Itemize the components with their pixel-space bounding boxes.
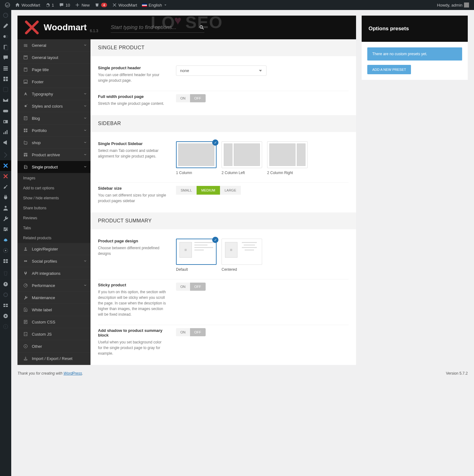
field-add-shadow: Add shadow to product summary block Usef… <box>98 325 349 359</box>
menu-marketing[interactable] <box>0 137 11 148</box>
svg-rect-57 <box>25 119 26 119</box>
size-large[interactable]: LARGE <box>220 186 241 195</box>
options-search[interactable] <box>111 22 204 33</box>
sidebar-item-portfolio[interactable]: Portfolio <box>17 124 90 137</box>
chevron-icon <box>84 283 87 288</box>
header-select[interactable]: none <box>176 66 266 76</box>
menu-theme-x[interactable] <box>0 160 11 171</box>
menu-item[interactable] <box>0 95 11 105</box>
wp-logo[interactable] <box>2 0 12 10</box>
menu-item[interactable] <box>0 150 11 160</box>
menu-item[interactable] <box>0 289 11 300</box>
wordpress-link[interactable]: WordPress <box>63 371 82 376</box>
menu-analytics[interactable] <box>0 127 11 137</box>
wp-admin-menu <box>0 10 11 391</box>
sticky-toggle[interactable]: ON OFF <box>176 283 206 291</box>
search-input[interactable] <box>111 24 199 31</box>
svg-rect-11 <box>3 79 5 81</box>
menu-tools[interactable] <box>0 213 11 224</box>
menu-item[interactable] <box>0 256 11 266</box>
sidebar-item-footer[interactable]: Footer <box>17 76 90 88</box>
design-default[interactable]: ⊠ ✓ Default <box>176 239 217 272</box>
sidebar-item-import-export-reset[interactable]: Import / Export / Reset <box>17 352 90 365</box>
add-preset-button[interactable]: ADD A NEW PRESET <box>367 65 411 74</box>
design-centered[interactable]: ⊠ Centered <box>222 239 262 272</box>
toggle-off[interactable]: OFF <box>190 94 206 102</box>
svg-rect-58 <box>24 129 25 130</box>
sidebar-sub-reviews[interactable]: Reviews <box>17 213 90 223</box>
size-medium[interactable]: MEDIUM <box>197 186 220 195</box>
field-sidebar-layout: Single Product Sidebar Select main Tab c… <box>98 138 349 183</box>
menu-item[interactable] <box>0 84 11 95</box>
menu-collapse[interactable] <box>0 321 11 332</box>
sidebar-item-shop[interactable]: shop <box>17 137 90 149</box>
sidebar-item-custom-css[interactable]: Custom CSS <box>17 316 90 328</box>
sidebar-item-product-archive[interactable]: Product archive <box>17 149 90 161</box>
menu-item[interactable] <box>0 235 11 245</box>
menu-item[interactable] <box>0 63 11 74</box>
menu-settings[interactable] <box>0 224 11 235</box>
menu-item[interactable] <box>0 74 11 84</box>
layout-2-column-left[interactable]: 2 Column Left <box>222 141 262 175</box>
menu-item[interactable] <box>0 311 11 321</box>
menu-posts[interactable] <box>0 21 11 31</box>
menu-appearance[interactable] <box>0 182 11 192</box>
site-name[interactable]: WoodMart <box>12 0 43 10</box>
sidebar-sub-share-buttons[interactable]: Share buttons <box>17 203 90 213</box>
sidebar-item-login-register[interactable]: Login/Register <box>17 243 90 255</box>
menu-media[interactable] <box>0 31 11 42</box>
sidebar-sub-images[interactable]: Images <box>17 173 90 183</box>
sidebar-sub-related-products[interactable]: Related products <box>17 233 90 243</box>
sidebar-item-performance[interactable]: Performance <box>17 279 90 292</box>
toggle-on[interactable]: ON <box>176 283 190 291</box>
menu-theme-active[interactable] <box>0 171 11 182</box>
updates-count[interactable]: 1 <box>43 0 56 10</box>
user-menu[interactable]: Howdy, admin <box>435 0 472 10</box>
menu-item[interactable] <box>0 245 11 256</box>
sidebar-item-white-label[interactable]: White label <box>17 304 90 316</box>
layout-1-column[interactable]: ✓ 1 Column <box>176 141 217 175</box>
menu-item[interactable] <box>0 116 11 127</box>
menu-pages[interactable] <box>0 42 11 52</box>
sidebar-item-general[interactable]: General <box>17 39 90 51</box>
sidebar-item-single-product[interactable]: Single product <box>17 161 90 173</box>
theme-link[interactable]: WoodMart <box>110 0 140 10</box>
shadow-toggle[interactable]: ON OFF <box>176 328 206 336</box>
toggle-on[interactable]: ON <box>176 94 190 102</box>
menu-plugins[interactable] <box>0 192 11 203</box>
toggle-off[interactable]: OFF <box>190 283 206 291</box>
sidebar-size-toggle[interactable]: SMALL MEDIUM LARGE <box>176 186 241 195</box>
field-desc: Stretch the single product page content. <box>98 101 167 106</box>
chevron-icon <box>84 153 87 157</box>
sidebar-sub-add-to-cart-options[interactable]: Add to cart options <box>17 183 90 193</box>
sidebar-item-typography[interactable]: Typography <box>17 88 90 100</box>
sidebar-item-page-title[interactable]: Page title <box>17 64 90 76</box>
sidebar-item-styles-and-colors[interactable]: Styles and colors <box>17 100 90 112</box>
toggle-on[interactable]: ON <box>176 328 190 336</box>
toggle-off[interactable]: OFF <box>190 328 206 336</box>
sidebar-sub-tabs[interactable]: Tabs <box>17 223 90 233</box>
sidebar-item-api-integrations[interactable]: API integrations <box>17 267 90 279</box>
sidebar-item-general-layout[interactable]: General layout <box>17 51 90 64</box>
sidebar-item-custom-js[interactable]: Custom JS <box>17 328 90 340</box>
sidebar-item-social-profiles[interactable]: Social profiles <box>17 255 90 267</box>
sidebar-item-blog[interactable]: Blog <box>17 112 90 124</box>
menu-item[interactable] <box>0 268 11 279</box>
size-small[interactable]: SMALL <box>176 186 197 195</box>
menu-comments[interactable] <box>0 52 11 63</box>
menu-item[interactable] <box>0 279 11 289</box>
full-width-toggle[interactable]: ON OFF <box>176 94 206 102</box>
menu-item[interactable] <box>0 300 11 311</box>
sidebar-item-maintenance[interactable]: Maintenance <box>17 292 90 304</box>
new-content[interactable]: New <box>72 0 92 10</box>
svg-rect-14 <box>3 110 8 112</box>
comments-count[interactable]: 10 <box>56 0 72 10</box>
layout-2-column-right[interactable]: 2 Column Right <box>267 141 308 175</box>
notif-count[interactable]: 4 <box>92 0 109 10</box>
menu-users[interactable] <box>0 203 11 213</box>
menu-item[interactable] <box>0 105 11 116</box>
sidebar-item-other[interactable]: Other <box>17 340 90 352</box>
sidebar-sub-show-hide-elements[interactable]: Show / hide elements <box>17 193 90 203</box>
language-switch[interactable]: English <box>139 0 170 10</box>
menu-dashboard[interactable] <box>0 10 11 21</box>
